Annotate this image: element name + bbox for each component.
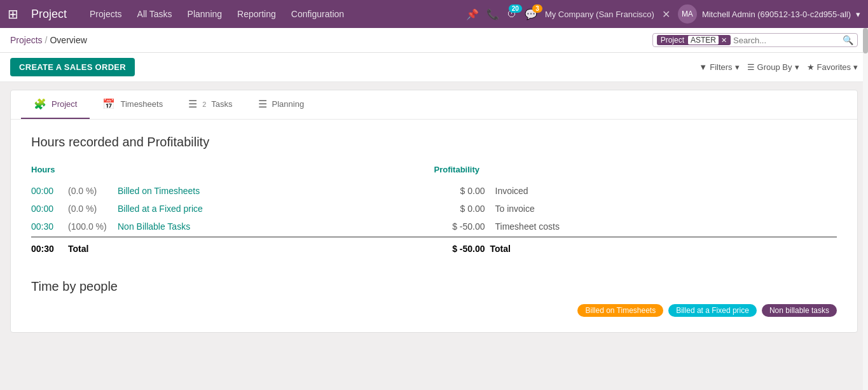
calendar-icon: 📅 <box>102 98 115 110</box>
app-grid-icon[interactable]: ⊞ <box>8 6 18 22</box>
breadcrumb: Projects / Overview <box>10 35 647 45</box>
app-title: Project <box>31 8 67 21</box>
hours-total-row: 00:30 Total <box>31 239 434 259</box>
chat-icon[interactable]: 💬 3 <box>525 8 537 20</box>
tag-label: Project <box>661 36 684 45</box>
profit-label-2: To invoice <box>495 204 535 214</box>
tab-tasks-label: Tasks <box>211 99 232 109</box>
search-input[interactable] <box>733 36 840 45</box>
hours-val2-3: (100.0 %) <box>68 221 113 232</box>
hours-row-1: 00:00 (0.0 %) Billed on Timesheets <box>31 182 434 200</box>
group-by-button[interactable]: ☰ Group By ▾ <box>747 62 799 72</box>
legend-non-billable: Non billable tasks <box>762 304 837 317</box>
top-nav: ⊞ Project Projects All Tasks Planning Re… <box>0 0 868 28</box>
profit-total-label: Total <box>490 244 511 254</box>
tab-timesheets-label: Timesheets <box>120 99 163 109</box>
favorites-chevron: ▾ <box>853 62 858 72</box>
favorites-label: Favorites <box>817 62 851 72</box>
profit-row-3: $ -50.00 Timesheet costs <box>434 218 837 235</box>
search-tag: Project ASTER ✕ <box>657 35 731 45</box>
hours-row-2: 00:00 (0.0 %) Billed at a Fixed price <box>31 200 434 218</box>
list-icon: ☰ <box>188 98 197 110</box>
breadcrumb-sep: / <box>45 35 48 45</box>
group-by-label: Group By <box>757 62 792 72</box>
favorites-button[interactable]: ★ Favorites ▾ <box>807 62 858 72</box>
hours-val1-2: 00:00 <box>31 204 63 214</box>
group-by-chevron: ▾ <box>795 62 799 72</box>
hours-val2-1: (0.0 %) <box>68 186 113 196</box>
profit-total-row: $ -50.00 Total <box>434 239 837 259</box>
profitability-title: Profitability <box>434 165 837 174</box>
avatar: MA <box>678 4 697 24</box>
nav-projects[interactable]: Projects <box>87 9 125 19</box>
pin-icon[interactable]: 📌 <box>466 8 479 20</box>
hours-label-3[interactable]: Non Billable Tasks <box>118 221 190 232</box>
puzzle-icon: 🧩 <box>34 98 46 110</box>
nav-all-tasks[interactable]: All Tasks <box>135 9 175 19</box>
tab-project[interactable]: 🧩 Project <box>21 90 90 119</box>
hours-total-val: 00:30 <box>31 244 63 254</box>
legend-billed-fixed: Billed at a Fixed price <box>668 304 757 317</box>
filters-label: Filters <box>710 62 732 72</box>
hours-total-label: Total <box>68 244 88 254</box>
hours-label-2[interactable]: Billed at a Fixed price <box>118 204 203 214</box>
profit-divider <box>434 237 837 237</box>
tasks-count: 2 <box>202 101 206 108</box>
tab-planning[interactable]: ☰ Planning <box>245 90 317 119</box>
hours-val1-3: 00:30 <box>31 221 63 232</box>
profit-amount-3: $ -50.00 <box>434 221 485 232</box>
create-sales-order-button[interactable]: CREATE A SALES ORDER <box>10 58 135 76</box>
profit-row-2: $ 0.00 To invoice <box>434 200 837 218</box>
hours-profit-container: Hours 00:00 (0.0 %) Billed on Timesheets… <box>31 165 837 259</box>
chat-badge: 3 <box>532 4 542 13</box>
profit-amount-1: $ 0.00 <box>434 186 485 196</box>
group-by-icon: ☰ <box>747 62 755 72</box>
nav-configuration[interactable]: Configuration <box>289 9 347 19</box>
hours-val2-2: (0.0 %) <box>68 204 113 214</box>
activity-badge: 20 <box>509 4 522 13</box>
card-tabs: 🧩 Project 📅 Timesheets ☰ 2 Tasks ☰ Plann… <box>11 90 857 120</box>
breadcrumb-link[interactable]: Projects <box>10 35 43 45</box>
phone-icon[interactable]: 📞 <box>486 8 499 20</box>
main-content: 🧩 Project 📅 Timesheets ☰ 2 Tasks ☰ Plann… <box>0 82 868 390</box>
hours-divider <box>31 237 434 237</box>
legend: Billed on Timesheets Billed at a Fixed p… <box>31 304 837 317</box>
time-by-people-title: Time by people <box>31 279 837 294</box>
user-info[interactable]: MA Mitchell Admin (690512-13-0-c2d955-al… <box>678 4 860 24</box>
filters-chevron: ▾ <box>735 62 740 72</box>
search-icon[interactable]: 🔍 <box>843 35 853 45</box>
filters-button[interactable]: ▼ Filters ▾ <box>699 62 739 72</box>
hours-label-1[interactable]: Billed on Timesheets <box>118 186 200 196</box>
toolbar: CREATE A SALES ORDER ▼ Filters ▾ ☰ Group… <box>0 53 868 82</box>
tab-project-label: Project <box>52 99 77 109</box>
tag-remove[interactable]: ✕ <box>721 36 727 45</box>
user-chevron: ▾ <box>856 10 860 19</box>
profit-row-1: $ 0.00 Invoiced <box>434 182 837 200</box>
sub-header: Projects / Overview Project ASTER ✕ 🔍 <box>0 28 868 53</box>
scrollbar-thumb[interactable] <box>863 28 868 53</box>
tab-timesheets[interactable]: 📅 Timesheets <box>90 90 176 119</box>
scrollbar-track <box>863 28 868 390</box>
nav-reporting[interactable]: Reporting <box>235 9 279 19</box>
profitability-section: Profitability $ 0.00 Invoiced $ 0.00 To … <box>434 165 837 259</box>
main-section-title: Hours recorded and Profitability <box>31 135 837 150</box>
company-select[interactable]: My Company (San Francisco) <box>545 10 654 19</box>
nav-planning[interactable]: Planning <box>185 9 225 19</box>
breadcrumb-current: Overview <box>50 35 86 45</box>
user-name: Mitchell Admin (690512-13-0-c2d955-all) <box>702 10 851 19</box>
tag-value: ASTER <box>688 36 719 45</box>
profit-label-1: Invoiced <box>495 186 528 196</box>
filter-icon: ▼ <box>699 62 707 72</box>
tab-planning-label: Planning <box>272 99 305 109</box>
close-icon[interactable]: ✕ <box>662 8 670 20</box>
hours-val1-1: 00:00 <box>31 186 63 196</box>
search-bar: Project ASTER ✕ 🔍 <box>652 33 858 47</box>
activity-icon[interactable]: ⏱ 20 <box>507 8 517 20</box>
hours-row-3: 00:30 (100.0 %) Non Billable Tasks <box>31 218 434 235</box>
card-body: Hours recorded and Profitability Hours 0… <box>11 120 857 332</box>
hours-title: Hours <box>31 165 434 174</box>
hours-section: Hours 00:00 (0.0 %) Billed on Timesheets… <box>31 165 434 259</box>
legend-billed-timesheets: Billed on Timesheets <box>577 304 663 317</box>
nav-icons: 📌 📞 ⏱ 20 💬 3 My Company (San Francisco) … <box>466 4 860 24</box>
tab-tasks[interactable]: ☰ 2 Tasks <box>176 90 245 119</box>
